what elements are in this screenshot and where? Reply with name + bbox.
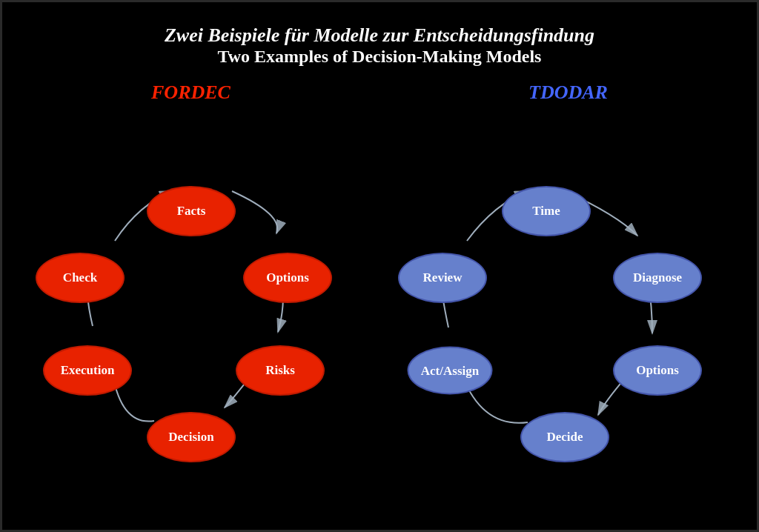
fordec-decision-node: Decision (147, 412, 236, 462)
slide: Zwei Beispiele für Modelle zur Entscheid… (0, 0, 759, 532)
tdodar-time-node: Time (502, 186, 591, 236)
fordec-risks-node: Risks (236, 345, 325, 396)
fordec-title: FORDEC (2, 82, 380, 104)
title-line2: Two Examples of Decision-Making Models (165, 47, 594, 67)
fordec-diagram: FORDEC Facts (2, 74, 380, 530)
fordec-check-node: Check (36, 253, 125, 303)
fordec-facts-node: Facts (147, 186, 236, 236)
fordec-options-node: Options (243, 253, 332, 303)
tdodar-options-node: Options (613, 345, 702, 396)
tdodar-title: TDODAR (380, 82, 757, 104)
tdodar-diagnose-node: Diagnose (613, 253, 702, 303)
title-line1: Zwei Beispiele für Modelle zur Entscheid… (165, 24, 594, 47)
fordec-execution-node: Execution (43, 345, 132, 396)
title-area: Zwei Beispiele für Modelle zur Entscheid… (165, 24, 594, 67)
tdodar-decide-node: Decide (520, 412, 609, 462)
tdodar-diagram: TDODAR Time (380, 74, 757, 530)
tdodar-actassign-node: Act/Assign (408, 347, 493, 395)
tdodar-review-node: Review (398, 253, 487, 303)
diagrams-container: FORDEC Facts (2, 74, 757, 530)
